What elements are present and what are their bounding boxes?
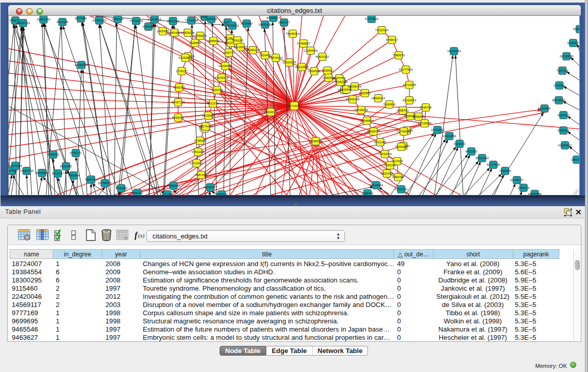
svg-text:67737826: 67737826 bbox=[365, 17, 379, 20]
svg-text:31713900: 31713900 bbox=[431, 128, 445, 132]
svg-text:4005045: 4005045 bbox=[557, 129, 570, 132]
svg-text:0330923: 0330923 bbox=[395, 145, 407, 148]
svg-text:80112805: 80112805 bbox=[295, 65, 309, 69]
svg-text:7346706: 7346706 bbox=[420, 106, 432, 109]
svg-text:19384554: 19384554 bbox=[309, 140, 323, 143]
svg-text:86578091: 86578091 bbox=[552, 99, 566, 102]
svg-text:5466889: 5466889 bbox=[412, 115, 425, 118]
svg-text:8677496: 8677496 bbox=[75, 17, 87, 20]
svg-text:25302075: 25302075 bbox=[264, 111, 278, 114]
svg-text:49894134: 49894134 bbox=[372, 97, 385, 100]
svg-text:71756551: 71756551 bbox=[226, 24, 239, 27]
svg-text:8721489: 8721489 bbox=[374, 141, 386, 144]
svg-text:1491905: 1491905 bbox=[157, 30, 169, 33]
svg-text:67010651: 67010651 bbox=[190, 162, 204, 165]
svg-text:37631165: 37631165 bbox=[191, 150, 205, 154]
svg-text:9743953: 9743953 bbox=[47, 153, 59, 156]
svg-text:27111161: 27111161 bbox=[395, 188, 408, 191]
svg-text:1399049: 1399049 bbox=[205, 17, 217, 20]
svg-text:13433200: 13433200 bbox=[378, 152, 392, 156]
svg-text:51850671: 51850671 bbox=[193, 34, 207, 37]
svg-text:71746488: 71746488 bbox=[185, 19, 199, 22]
svg-text:99091334: 99091334 bbox=[93, 19, 106, 22]
svg-text:18724007: 18724007 bbox=[288, 104, 301, 107]
svg-text:7991183: 7991183 bbox=[232, 39, 244, 42]
svg-text:81177589: 81177589 bbox=[487, 163, 500, 166]
svg-text:75869261: 75869261 bbox=[167, 184, 181, 187]
svg-text:20053346: 20053346 bbox=[75, 63, 89, 67]
svg-text:5009788: 5009788 bbox=[211, 89, 223, 92]
svg-text:9636057: 9636057 bbox=[567, 41, 579, 45]
svg-text:37996507: 37996507 bbox=[297, 42, 311, 45]
svg-text:5674680: 5674680 bbox=[241, 22, 253, 25]
svg-text:00766177: 00766177 bbox=[510, 179, 524, 182]
svg-text:74367136: 74367136 bbox=[20, 169, 34, 172]
svg-text:1969379: 1969379 bbox=[571, 158, 580, 161]
svg-text:8451462: 8451462 bbox=[168, 31, 181, 34]
svg-text:76615654: 76615654 bbox=[369, 184, 383, 187]
svg-text:69847896: 69847896 bbox=[528, 192, 542, 195]
svg-text:6998543: 6998543 bbox=[207, 39, 220, 42]
svg-text:53755646: 53755646 bbox=[397, 130, 411, 133]
svg-text:34874016: 34874016 bbox=[269, 56, 283, 59]
svg-text:81223623: 81223623 bbox=[403, 99, 417, 102]
svg-text:4896383: 4896383 bbox=[173, 86, 185, 89]
svg-text:85574443: 85574443 bbox=[199, 125, 213, 128]
svg-text:2421024: 2421024 bbox=[167, 19, 179, 23]
svg-text:3285884: 3285884 bbox=[68, 174, 80, 177]
svg-text:3709859: 3709859 bbox=[115, 187, 127, 190]
svg-text:29946804: 29946804 bbox=[360, 119, 374, 122]
svg-text:7839084: 7839084 bbox=[499, 169, 511, 172]
svg-text:2528809: 2528809 bbox=[189, 41, 201, 45]
svg-text:94406409: 94406409 bbox=[35, 171, 49, 174]
svg-text:36995777: 36995777 bbox=[367, 130, 381, 133]
svg-text:6193990: 6193990 bbox=[202, 114, 214, 117]
svg-text:7193745: 7193745 bbox=[384, 164, 396, 167]
svg-text:1745961: 1745961 bbox=[553, 84, 565, 87]
svg-text:5240824: 5240824 bbox=[383, 103, 396, 106]
svg-text:02606474: 02606474 bbox=[219, 64, 232, 68]
svg-text:4060883: 4060883 bbox=[359, 92, 371, 95]
svg-text:5098393: 5098393 bbox=[172, 116, 184, 119]
svg-text:9912419: 9912419 bbox=[381, 172, 393, 175]
svg-text:0812191: 0812191 bbox=[207, 102, 219, 105]
svg-text:32931839: 32931839 bbox=[443, 135, 456, 138]
svg-text:1592124: 1592124 bbox=[517, 186, 530, 189]
svg-text:87234309: 87234309 bbox=[215, 76, 229, 79]
svg-text:98084124: 98084124 bbox=[246, 49, 260, 52]
svg-text:82175946: 82175946 bbox=[9, 164, 23, 167]
svg-text:15451680: 15451680 bbox=[258, 23, 272, 26]
svg-text:62386922: 62386922 bbox=[558, 144, 572, 147]
svg-text:13493618: 13493618 bbox=[148, 18, 162, 21]
svg-text:0932480: 0932480 bbox=[142, 25, 155, 28]
svg-text:80831367: 80831367 bbox=[316, 55, 330, 58]
svg-text:61595148: 61595148 bbox=[346, 98, 360, 101]
svg-text:3529042: 3529042 bbox=[453, 142, 466, 145]
svg-text:14055714: 14055714 bbox=[16, 21, 30, 25]
svg-text:76320163: 76320163 bbox=[375, 29, 389, 32]
svg-text:9413186: 9413186 bbox=[56, 20, 69, 24]
svg-text:79740344: 79740344 bbox=[129, 19, 143, 23]
svg-text:20891406: 20891406 bbox=[37, 18, 51, 21]
svg-text:4745171: 4745171 bbox=[70, 151, 82, 155]
svg-text:2328120: 2328120 bbox=[112, 17, 124, 20]
svg-text:65787133: 65787133 bbox=[171, 101, 185, 104]
svg-text:55886753: 55886753 bbox=[573, 28, 580, 31]
svg-text:34714345: 34714345 bbox=[403, 83, 417, 86]
svg-text:3518233: 3518233 bbox=[334, 80, 346, 83]
svg-text:62702895: 62702895 bbox=[560, 55, 574, 58]
svg-text:(x): (x) bbox=[138, 232, 145, 239]
svg-text:1326773: 1326773 bbox=[223, 51, 235, 54]
svg-text:57262849: 57262849 bbox=[179, 56, 192, 59]
svg-text:87277434: 87277434 bbox=[399, 68, 413, 71]
svg-text:39502402: 39502402 bbox=[475, 157, 489, 160]
svg-text:3482477: 3482477 bbox=[278, 21, 290, 24]
svg-text:76945314: 76945314 bbox=[286, 32, 300, 35]
svg-text:6658760: 6658760 bbox=[397, 109, 409, 112]
svg-text:3387262: 3387262 bbox=[195, 173, 207, 177]
svg-text:9215958: 9215958 bbox=[538, 107, 551, 110]
svg-text:8421020: 8421020 bbox=[465, 150, 477, 153]
svg-text:62729806: 62729806 bbox=[418, 122, 432, 125]
svg-text:96405377: 96405377 bbox=[204, 186, 217, 189]
svg-text:16648784: 16648784 bbox=[447, 50, 461, 53]
